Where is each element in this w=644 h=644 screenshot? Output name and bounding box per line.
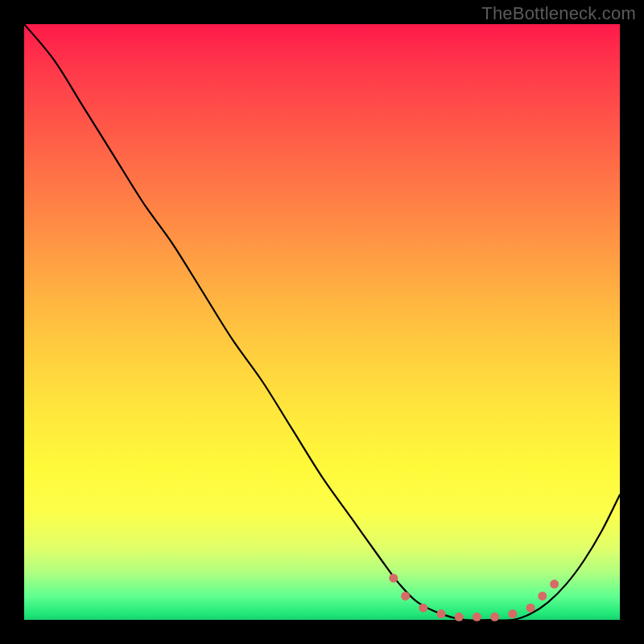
curve-markers [389,574,559,621]
curve-marker [490,613,499,621]
plot-area [24,24,620,620]
curve-marker [389,574,398,583]
curve-marker [455,613,464,621]
chart-frame: TheBottleneck.com [0,0,644,644]
curve-marker [473,613,481,621]
curve-marker [538,592,547,601]
curve-marker [401,592,410,601]
curve-marker [437,609,446,618]
curve-svg [24,24,620,620]
curve-marker [419,604,427,613]
bottleneck-curve [24,24,620,621]
curve-marker [526,604,535,613]
watermark-text: TheBottleneck.com [481,3,636,24]
curve-marker [508,609,517,618]
curve-marker [550,580,559,588]
